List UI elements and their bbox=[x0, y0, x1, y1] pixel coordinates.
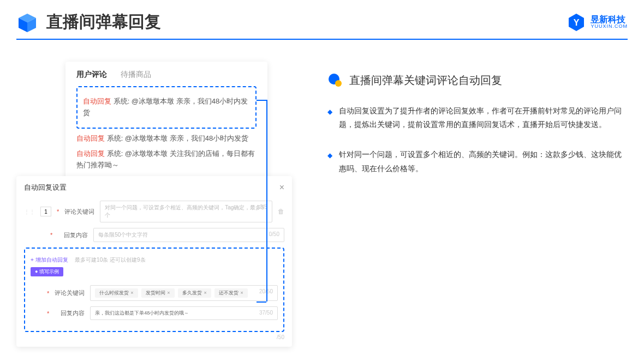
content-input[interactable]: 每条限50个中文字符 0/50 bbox=[93, 228, 284, 242]
required-star: * bbox=[47, 290, 49, 297]
svg-point-6 bbox=[335, 80, 342, 87]
bullet-text: 自动回复设置为了提升作者的评论回复效率，作者可在开播前针对常见的评论用户问题，提… bbox=[339, 104, 628, 131]
close-icon[interactable]: × bbox=[279, 183, 284, 192]
outer-count: /50 bbox=[24, 334, 284, 340]
comment-item: 自动回复 系统: @冰墩墩本墩 亲亲，我们48小时内发货 bbox=[76, 133, 257, 144]
comments-card: 用户评论 待播商品 自动回复 系统: @冰墩墩本墩 亲亲，我们48小时内发货 自… bbox=[65, 62, 267, 186]
logo-en: YUUXIN.COM bbox=[591, 24, 628, 29]
comment-text: 系统: @冰墩墩本墩 亲亲，我们48小时内发货 bbox=[107, 134, 249, 142]
required-star: * bbox=[47, 310, 49, 317]
placeholder-text: 对同一个问题，可设置多个相近、高频的关键词，Tag确定，最多5个 bbox=[105, 204, 264, 218]
tag-chip[interactable]: 什么时候发货 bbox=[95, 288, 138, 298]
example-content-row: * 回复内容 亲，我们这边都是下单48小时内发货的哦～ 37/50 bbox=[31, 306, 278, 320]
ex-content-input[interactable]: 亲，我们这边都是下单48小时内发货的哦～ 37/50 bbox=[90, 306, 278, 320]
delete-icon[interactable]: 🗑 bbox=[278, 208, 284, 215]
keyword-input[interactable]: 对同一个问题，可设置多个相近、高频的关键词，Tag确定，最多5个 0/5 bbox=[100, 201, 272, 222]
add-hint: 最多可建10条 还可以创建9条 bbox=[75, 257, 145, 263]
add-row: + 增加自动回复 最多可建10条 还可以创建9条 bbox=[31, 254, 278, 264]
connector-line bbox=[266, 100, 267, 301]
auto-reply-tag: 自动回复 bbox=[76, 134, 105, 142]
connector-line bbox=[257, 301, 266, 303]
example-section: + 增加自动回复 最多可建10条 还可以创建9条 ● 填写示例 * 评论关键词 … bbox=[24, 248, 284, 332]
example-badge: ● 填写示例 bbox=[31, 267, 63, 276]
bullet-item: ◆ 自动回复设置为了提升作者的评论回复效率，作者可在开播前针对常见的评论用户问题… bbox=[327, 104, 628, 131]
example-keyword-row: * 评论关键词 什么时候发货 发货时间 多久发货 还不发货 20/50 bbox=[31, 285, 278, 301]
logo-text: 昱新科技 YUUXIN.COM bbox=[591, 15, 628, 29]
add-auto-reply-link[interactable]: + 增加自动回复 bbox=[31, 257, 68, 263]
left-column: 用户评论 待播商品 自动回复 系统: @冰墩墩本墩 亲亲，我们48小时内发货 自… bbox=[16, 62, 306, 318]
brand-logo: Y 昱新科技 YUUXIN.COM bbox=[567, 13, 628, 32]
right-column: 直播间弹幕关键词评论自动回复 ◆ 自动回复设置为了提升作者的评论回复效率，作者可… bbox=[327, 62, 628, 318]
ex-keyword-input[interactable]: 什么时候发货 发货时间 多久发货 还不发货 20/50 bbox=[90, 285, 278, 301]
tag-chip[interactable]: 多久发货 bbox=[178, 288, 211, 298]
diamond-bullet-icon: ◆ bbox=[327, 150, 332, 175]
content-label: 回复内容 bbox=[58, 231, 88, 239]
header-left: 直播间弹幕回复 bbox=[16, 11, 161, 33]
settings-header: 自动回复设置 × bbox=[24, 183, 284, 192]
logo-hex-icon: Y bbox=[567, 13, 586, 32]
tab-pending-products[interactable]: 待播商品 bbox=[121, 70, 151, 80]
placeholder-text: 每条限50个中文字符 bbox=[98, 232, 148, 238]
ex-content-label: 回复内容 bbox=[55, 309, 85, 317]
tag-chip[interactable]: 发货时间 bbox=[141, 288, 174, 298]
section-heading: 直播间弹幕关键词评论自动回复 bbox=[327, 73, 628, 88]
tabs: 用户评论 待播商品 bbox=[76, 70, 257, 80]
bullet-item: ◆ 针对同一个问题，可设置多个相近的、高频的关键词。例如：这款多少钱、这块能优惠… bbox=[327, 148, 628, 175]
bullet-text: 针对同一个问题，可设置多个相近的、高频的关键词。例如：这款多少钱、这块能优惠吗、… bbox=[339, 148, 628, 175]
ex-content-text: 亲，我们这边都是下单48小时内发货的哦～ bbox=[95, 310, 189, 316]
chat-bubble-icon bbox=[327, 73, 343, 88]
auto-reply-settings-card: 自动回复设置 × ⋮⋮ 1 * 评论关键词 对同一个问题，可设置多个相近、高频的… bbox=[16, 176, 292, 347]
comment-item: 自动回复 系统: @冰墩墩本墩 关注我们的店铺，每日都有热门推荐呦～ bbox=[76, 148, 257, 171]
keyword-label: 评论关键词 bbox=[64, 208, 94, 216]
keyword-row: ⋮⋮ 1 * 评论关键词 对同一个问题，可设置多个相近、高频的关键词，Tag确定… bbox=[24, 201, 284, 222]
page-title: 直播间弹幕回复 bbox=[46, 11, 161, 33]
content-row: * 回复内容 每条限50个中文字符 0/50 bbox=[24, 228, 284, 242]
settings-title: 自动回复设置 bbox=[24, 183, 67, 192]
ex-keyword-label: 评论关键词 bbox=[55, 289, 85, 297]
required-star: * bbox=[50, 232, 52, 238]
connector-line bbox=[257, 100, 266, 101]
tag-chip[interactable]: 还不发货 bbox=[214, 288, 247, 298]
auto-reply-tag: 自动回复 bbox=[76, 149, 105, 158]
tab-user-comments[interactable]: 用户评论 bbox=[76, 70, 107, 80]
highlighted-comment: 自动回复 系统: @冰墩墩本墩 亲亲，我们48小时内发货 bbox=[76, 86, 257, 129]
logo-cn: 昱新科技 bbox=[591, 15, 628, 25]
required-star: * bbox=[57, 208, 59, 215]
svg-text:Y: Y bbox=[574, 18, 580, 27]
drag-handle-icon[interactable]: ⋮⋮ bbox=[24, 209, 35, 215]
char-count: 37/50 bbox=[259, 310, 273, 316]
char-count: 0/50 bbox=[269, 231, 279, 237]
row-number: 1 bbox=[40, 207, 51, 216]
main-content: 用户评论 待播商品 自动回复 系统: @冰墩墩本墩 亲亲，我们48小时内发货 自… bbox=[0, 40, 644, 340]
cube-icon bbox=[16, 11, 38, 33]
section-title: 直播间弹幕关键词评论自动回复 bbox=[349, 73, 502, 88]
page-header: 直播间弹幕回复 Y 昱新科技 YUUXIN.COM bbox=[0, 0, 644, 33]
diamond-bullet-icon: ◆ bbox=[327, 106, 332, 131]
auto-reply-tag: 自动回复 bbox=[83, 97, 111, 105]
comment-item: 自动回复 系统: @冰墩墩本墩 亲亲，我们48小时内发货 bbox=[83, 96, 250, 119]
